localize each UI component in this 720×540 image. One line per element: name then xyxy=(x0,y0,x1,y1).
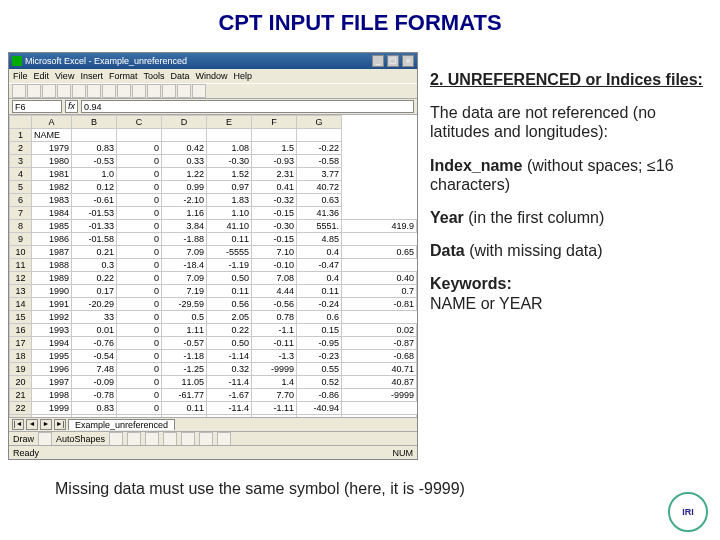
cell[interactable]: -11.4 xyxy=(207,376,252,389)
print-icon[interactable] xyxy=(57,84,71,98)
cell[interactable]: -0.58 xyxy=(297,155,342,168)
cell[interactable]: 0.50 xyxy=(207,272,252,285)
row-header[interactable]: 7 xyxy=(10,207,32,220)
cell[interactable]: 0.11 xyxy=(207,285,252,298)
row-header[interactable]: 21 xyxy=(10,389,32,402)
column-header[interactable]: D xyxy=(162,116,207,129)
arrow-icon[interactable] xyxy=(127,432,141,446)
cell[interactable]: 0 xyxy=(117,363,162,376)
row-header[interactable]: 2 xyxy=(10,142,32,155)
cell[interactable]: 0 xyxy=(117,272,162,285)
cell[interactable] xyxy=(162,129,207,142)
cell[interactable]: -1.19 xyxy=(207,259,252,272)
cell[interactable]: 419.6 xyxy=(342,415,417,418)
column-header[interactable]: F xyxy=(252,116,297,129)
cell[interactable]: 33 xyxy=(72,311,117,324)
cell[interactable] xyxy=(252,129,297,142)
cell[interactable]: -0.81 xyxy=(342,298,417,311)
cell[interactable]: -5555 xyxy=(207,246,252,259)
cell[interactable]: -0.61 xyxy=(72,194,117,207)
cell[interactable]: 0 xyxy=(117,155,162,168)
cell[interactable]: -1.67 xyxy=(207,389,252,402)
cell[interactable]: 11.05 xyxy=(162,376,207,389)
row-header[interactable]: 17 xyxy=(10,337,32,350)
cell[interactable]: 7.70 xyxy=(252,389,297,402)
cell[interactable]: 4.44 xyxy=(252,285,297,298)
row-header[interactable]: 18 xyxy=(10,350,32,363)
undo-icon[interactable] xyxy=(117,84,131,98)
cell[interactable]: 0.4 xyxy=(297,246,342,259)
menu-help[interactable]: Help xyxy=(233,71,252,81)
textbox-icon[interactable] xyxy=(181,432,195,446)
column-header[interactable]: C xyxy=(117,116,162,129)
column-header[interactable]: G xyxy=(297,116,342,129)
cell[interactable]: -0.56 xyxy=(252,298,297,311)
zoom-icon[interactable] xyxy=(192,84,206,98)
cell[interactable]: 0.32 xyxy=(207,363,252,376)
cell[interactable] xyxy=(117,129,162,142)
cell[interactable]: 0.6 xyxy=(297,311,342,324)
cell[interactable]: -1.14 xyxy=(252,415,297,418)
cell[interactable]: 2000 xyxy=(32,415,72,418)
cell[interactable]: 0.02 xyxy=(342,324,417,337)
cell[interactable]: 0 xyxy=(117,311,162,324)
cell[interactable]: 0.40 xyxy=(342,272,417,285)
cut-icon[interactable] xyxy=(72,84,86,98)
cell[interactable]: 1981 xyxy=(32,168,72,181)
cell[interactable]: -0.23 xyxy=(297,350,342,363)
cell[interactable]: -0.15 xyxy=(252,207,297,220)
row-header[interactable]: 3 xyxy=(10,155,32,168)
cell[interactable]: -0.68 xyxy=(342,350,417,363)
cell[interactable]: -0.30 xyxy=(252,220,297,233)
cell[interactable]: 1987 xyxy=(32,246,72,259)
row-header[interactable]: 1 xyxy=(10,129,32,142)
cell[interactable] xyxy=(207,129,252,142)
cell[interactable]: 7.10 xyxy=(252,246,297,259)
cell[interactable]: 0.52 xyxy=(297,376,342,389)
cell[interactable] xyxy=(72,129,117,142)
autoshapes-menu[interactable]: AutoShapes xyxy=(56,434,105,444)
cell[interactable]: -0.53 xyxy=(72,155,117,168)
cell[interactable]: NAME xyxy=(32,129,72,142)
oval-icon[interactable] xyxy=(163,432,177,446)
cell[interactable]: -11.4 xyxy=(207,402,252,415)
cell[interactable]: 1979 xyxy=(32,142,72,155)
cell[interactable]: 0.4 xyxy=(297,272,342,285)
cell[interactable]: 2.05 xyxy=(207,311,252,324)
cell[interactable]: -0.54 xyxy=(72,350,117,363)
sheet-tab-active[interactable]: Example_unreferenced xyxy=(68,419,175,430)
cell[interactable]: 0.5 xyxy=(162,311,207,324)
cell[interactable]: -1.25 xyxy=(162,363,207,376)
cell[interactable]: 1.10 xyxy=(207,207,252,220)
cell[interactable]: -0.09 xyxy=(72,376,117,389)
cell[interactable]: 0.63 xyxy=(297,194,342,207)
cell[interactable]: 4.85 xyxy=(297,233,342,246)
cell[interactable]: -1.3 xyxy=(252,350,297,363)
cell[interactable]: 0 xyxy=(117,389,162,402)
cell[interactable]: 7.19 xyxy=(162,285,207,298)
draw-menu[interactable]: Draw xyxy=(13,434,34,444)
cell[interactable]: -0.22 xyxy=(297,142,342,155)
cell[interactable]: -61.77 xyxy=(162,389,207,402)
paste-icon[interactable] xyxy=(102,84,116,98)
cell[interactable]: -01.33 xyxy=(72,220,117,233)
column-header[interactable]: E xyxy=(207,116,252,129)
row-header[interactable]: 13 xyxy=(10,285,32,298)
cell[interactable]: -0.86 xyxy=(297,389,342,402)
menu-format[interactable]: Format xyxy=(109,71,138,81)
formula-input[interactable] xyxy=(81,100,414,113)
column-header[interactable]: B xyxy=(72,116,117,129)
cell[interactable]: 7.09 xyxy=(162,272,207,285)
cell[interactable]: 3.77 xyxy=(297,168,342,181)
cell[interactable]: 0.11 xyxy=(297,285,342,298)
cell[interactable]: -0.30 xyxy=(207,155,252,168)
row-header[interactable]: 14 xyxy=(10,298,32,311)
cell[interactable]: 1.4 xyxy=(252,376,297,389)
cell[interactable]: -1.84 xyxy=(207,415,252,418)
cell[interactable]: -1.14 xyxy=(207,350,252,363)
tab-nav-next[interactable]: ► xyxy=(40,419,52,430)
row-header[interactable]: 4 xyxy=(10,168,32,181)
menu-file[interactable]: File xyxy=(13,71,28,81)
cell[interactable]: -1.18 xyxy=(162,350,207,363)
cell[interactable]: 0.17 xyxy=(72,285,117,298)
